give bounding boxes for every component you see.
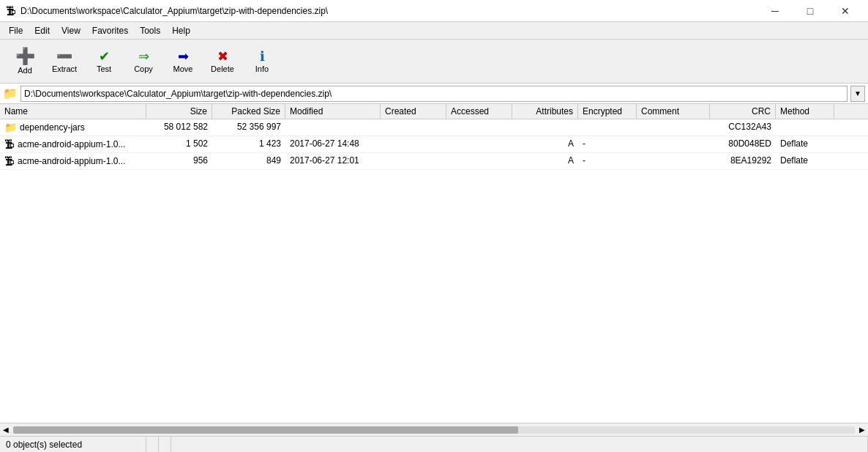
- toolbar: ➕ Add ➖ Extract ✔ Test ⇒ Copy ➡ Move ✖ D…: [0, 40, 868, 84]
- menu-view[interactable]: View: [56, 23, 86, 38]
- col-comment[interactable]: Comment: [637, 104, 710, 119]
- file-encrypted: -: [578, 153, 637, 169]
- address-bar: 📁 ▼: [0, 84, 868, 104]
- col-created[interactable]: Created: [381, 104, 446, 119]
- title-bar: 🗜 D:\Documents\workspace\Calculator_Appi…: [0, 0, 868, 22]
- column-headers: Name Size Packed Size Modified Created A…: [0, 104, 868, 119]
- file-name-cell: 🗜 acme-android-appium-1.0...: [0, 136, 146, 152]
- close-button[interactable]: ✕: [828, 0, 862, 22]
- file-name: acme-android-appium-1.0...: [18, 139, 125, 149]
- file-encrypted: [578, 119, 637, 136]
- app-icon: 🗜: [6, 5, 16, 17]
- col-crc[interactable]: CRC: [710, 104, 776, 119]
- table-row[interactable]: 📁 dependency-jars 58 012 582 52 356 997 …: [0, 119, 868, 136]
- address-input[interactable]: [20, 86, 848, 102]
- copy-button[interactable]: ⇒ Copy: [124, 42, 162, 81]
- test-label: Test: [97, 64, 111, 73]
- col-modified[interactable]: Modified: [285, 104, 381, 119]
- status-right: [171, 437, 868, 452]
- file-name-cell: 🗜 acme-android-appium-1.0...: [0, 153, 146, 169]
- move-button[interactable]: ➡ Move: [164, 42, 202, 81]
- info-button[interactable]: ℹ Info: [243, 42, 281, 81]
- col-accessed[interactable]: Accessed: [446, 104, 512, 119]
- file-encrypted: -: [578, 136, 637, 152]
- file-attributes: A: [512, 136, 578, 152]
- menu-help[interactable]: Help: [166, 23, 196, 38]
- delete-icon: ✖: [217, 50, 228, 63]
- address-dropdown-button[interactable]: ▼: [850, 86, 865, 102]
- file-packed: 849: [212, 153, 285, 169]
- file-created: [381, 153, 446, 169]
- file-accessed: [446, 136, 512, 152]
- file-accessed: [446, 153, 512, 169]
- file-area: Name Size Packed Size Modified Created A…: [0, 104, 868, 423]
- file-name: dependency-jars: [20, 122, 85, 133]
- status-bar: 0 object(s) selected: [0, 436, 868, 452]
- col-attributes[interactable]: Attributes: [512, 104, 578, 119]
- scroll-thumb[interactable]: [13, 426, 518, 434]
- file-name-cell: 📁 dependency-jars: [0, 119, 146, 136]
- file-crc: 80D048ED: [710, 136, 776, 152]
- extract-button[interactable]: ➖ Extract: [45, 42, 83, 81]
- navigate-up-icon[interactable]: 📁: [3, 86, 18, 100]
- copy-label: Copy: [134, 64, 153, 73]
- file-crc: CC132A43: [710, 119, 776, 136]
- file-name: acme-android-appium-1.0...: [18, 156, 125, 166]
- move-icon: ➡: [178, 50, 189, 63]
- col-packed[interactable]: Packed Size: [212, 104, 285, 119]
- scroll-left-button[interactable]: ◀: [0, 423, 12, 437]
- col-encrypted[interactable]: Encrypted: [578, 104, 637, 119]
- add-button[interactable]: ➕ Add: [6, 42, 44, 81]
- move-label: Move: [173, 64, 193, 73]
- scroll-track[interactable]: [13, 426, 855, 434]
- file-accessed: [446, 119, 512, 136]
- file-packed: 52 356 997: [212, 119, 285, 136]
- add-label: Add: [18, 66, 32, 75]
- col-name[interactable]: Name: [0, 104, 146, 119]
- test-icon: ✔: [99, 50, 110, 63]
- folder-icon: 📁: [4, 122, 17, 133]
- menu-file[interactable]: File: [3, 23, 29, 38]
- file-comment: [637, 119, 710, 136]
- info-label: Info: [255, 64, 269, 73]
- delete-button[interactable]: ✖ Delete: [203, 42, 242, 81]
- horizontal-scrollbar[interactable]: ◀ ▶: [0, 423, 868, 436]
- file-size: 58 012 582: [146, 119, 212, 136]
- title-bar-controls: ─ □ ✕: [758, 0, 862, 22]
- extract-label: Extract: [52, 64, 77, 73]
- maximize-button[interactable]: □: [793, 0, 827, 22]
- menu-bar: File Edit View Favorites Tools Help: [0, 22, 868, 40]
- file-method: [776, 119, 834, 136]
- table-row[interactable]: 🗜 acme-android-appium-1.0... 1 502 1 423…: [0, 136, 868, 153]
- table-row[interactable]: 🗜 acme-android-appium-1.0... 956 849 201…: [0, 153, 868, 170]
- file-attributes: [512, 119, 578, 136]
- file-list: 📁 dependency-jars 58 012 582 52 356 997 …: [0, 119, 868, 170]
- file-icon: 🗜: [4, 155, 15, 167]
- extract-icon: ➖: [56, 50, 72, 63]
- col-method[interactable]: Method: [776, 104, 834, 119]
- file-created: [381, 136, 446, 152]
- test-button[interactable]: ✔ Test: [85, 42, 123, 81]
- status-seg2: [146, 437, 159, 452]
- file-attributes: A: [512, 153, 578, 169]
- col-size[interactable]: Size: [146, 104, 212, 119]
- add-icon: ➕: [15, 48, 35, 64]
- delete-label: Delete: [211, 64, 234, 73]
- file-created: [381, 119, 446, 136]
- window-title: D:\Documents\workspace\Calculator_Appium…: [20, 6, 328, 16]
- file-icon: 🗜: [4, 138, 15, 150]
- menu-favorites[interactable]: Favorites: [86, 23, 134, 38]
- file-method: Deflate: [776, 153, 834, 169]
- file-modified: 2017-06-27 14:48: [285, 136, 381, 152]
- scroll-right-button[interactable]: ▶: [856, 423, 868, 437]
- copy-icon: ⇒: [138, 50, 149, 63]
- info-icon: ℹ: [260, 50, 265, 63]
- status-seg3: [159, 437, 171, 452]
- file-packed: 1 423: [212, 136, 285, 152]
- title-bar-left: 🗜 D:\Documents\workspace\Calculator_Appi…: [6, 5, 328, 17]
- menu-edit[interactable]: Edit: [29, 23, 56, 38]
- minimize-button[interactable]: ─: [758, 0, 792, 22]
- menu-tools[interactable]: Tools: [134, 23, 166, 38]
- file-size: 956: [146, 153, 212, 169]
- file-method: Deflate: [776, 136, 834, 152]
